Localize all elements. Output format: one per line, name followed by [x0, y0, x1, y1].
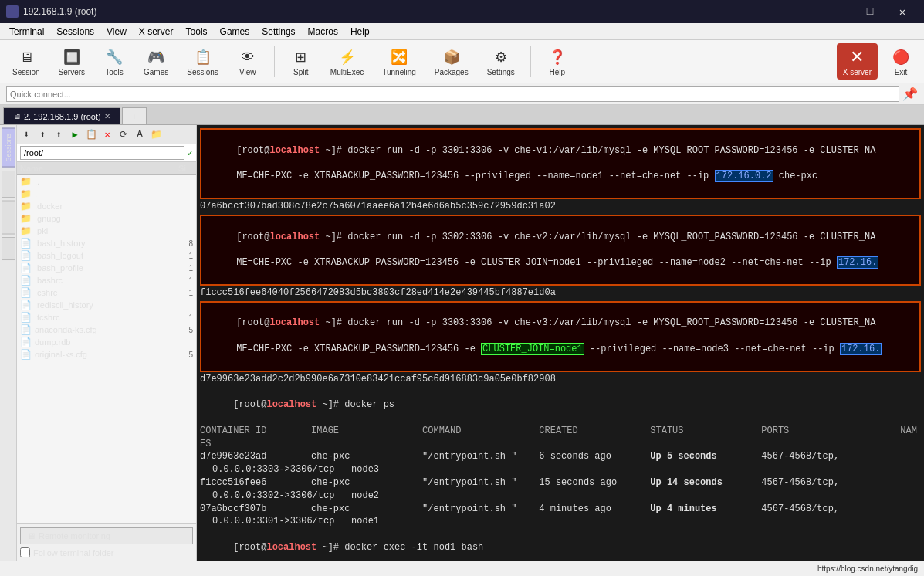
- toolbar-separator-2: [530, 46, 531, 77]
- games-icon: 🎮: [145, 46, 167, 68]
- sidebar-btn-6[interactable]: ✕: [100, 127, 115, 142]
- tab-bar: 🖥 2. 192.168.1.9 (root) ✕ +: [0, 105, 924, 125]
- main-area: Sessions Tools Macros Sftp ⬇ ⬆ ⬆ ▶ 📋 ✕ ⟳…: [0, 125, 924, 561]
- terminal-line: CONTAINER ID IMAGE COMMAND CREATED STATU…: [200, 425, 921, 451]
- list-item[interactable]: 📄.bash_profile1: [17, 262, 196, 274]
- sidebar-btn-5[interactable]: 📋: [83, 127, 99, 142]
- title-bar: 192.168.1.9 (root) — □ ✕: [0, 0, 924, 23]
- list-item[interactable]: 📄dump.rdb: [17, 336, 196, 348]
- sidebar-btn-9[interactable]: 📁: [148, 127, 164, 142]
- toolbar-view[interactable]: 👁 View: [231, 43, 265, 80]
- vtab-sessions[interactable]: Sessions: [2, 128, 15, 168]
- window-title: 192.168.1.9 (root): [23, 6, 822, 17]
- sessions-icon: 📋: [192, 46, 214, 68]
- toolbar-tools[interactable]: 🔧 Tools: [97, 43, 131, 80]
- col-name: Name: [17, 162, 177, 174]
- list-item[interactable]: 📄original-ks.cfg5: [17, 348, 196, 361]
- file-icon: 📄: [20, 263, 32, 273]
- terminal-line: 07a6bccf307b che-pxc "/entrypoint.sh " 4…: [200, 503, 921, 516]
- path-input[interactable]: [20, 146, 184, 160]
- pin-icon[interactable]: 📌: [902, 86, 918, 102]
- quick-connect-input[interactable]: [6, 86, 899, 102]
- list-item[interactable]: 📁.: [17, 188, 196, 200]
- sidebar-btn-8[interactable]: A: [132, 127, 147, 142]
- file-icon: 📄: [20, 300, 32, 310]
- list-item[interactable]: 📄.tcshrc1: [17, 311, 196, 324]
- list-item[interactable]: 📁..: [17, 175, 196, 188]
- sidebar-btn-2[interactable]: ⬆: [35, 127, 50, 142]
- list-item[interactable]: 📁.gnupg: [17, 212, 196, 225]
- toolbar-packages[interactable]: 📦 Packages: [428, 43, 475, 80]
- list-item[interactable]: 📁.pki: [17, 225, 196, 237]
- list-item[interactable]: 📄.bash_logout1: [17, 249, 196, 262]
- toolbar-sessions[interactable]: 📋 Sessions: [181, 43, 225, 80]
- list-item[interactable]: 📄.rediscli_history: [17, 299, 196, 311]
- follow-checkbox[interactable]: Follow terminal folder: [20, 547, 193, 557]
- add-tab-icon: +: [132, 112, 137, 121]
- servers-icon: 🔲: [61, 46, 83, 68]
- tab-add[interactable]: +: [122, 107, 147, 124]
- menu-terminal[interactable]: Terminal: [3, 25, 50, 39]
- list-item[interactable]: 📄.bashrc1: [17, 274, 196, 286]
- terminal-line: [root@localhost ~]# docker run -d -p 330…: [200, 301, 921, 372]
- path-check-icon: ✓: [188, 147, 193, 159]
- menu-tools[interactable]: Tools: [180, 25, 214, 39]
- list-item[interactable]: 📄anaconda-ks.cfg5: [17, 324, 196, 336]
- terminal-line: [root@localhost ~]# docker run -d -p 330…: [200, 128, 921, 199]
- folder-icon: 📁: [20, 201, 32, 212]
- menu-view[interactable]: View: [100, 25, 133, 39]
- toolbar-multiexec[interactable]: ⚡ MultiExec: [324, 43, 370, 80]
- terminal-line: d7e9963e23ad che-pxc "/entrypoint.sh " 6…: [200, 450, 921, 463]
- list-item[interactable]: 📄.bash_history8: [17, 237, 196, 249]
- list-item[interactable]: 📁.docker: [17, 200, 196, 212]
- follow-label: Follow terminal folder: [33, 548, 114, 557]
- terminal-line: f1ccc516fee6 che-pxc "/entrypoint.sh " 1…: [200, 476, 921, 490]
- menu-games[interactable]: Games: [214, 25, 256, 39]
- toolbar-settings[interactable]: ⚙ Settings: [481, 43, 521, 80]
- close-button[interactable]: ✕: [887, 0, 918, 23]
- app-icon: [6, 5, 19, 18]
- list-item[interactable]: 📄.cshrc1: [17, 286, 196, 299]
- terminal-line: d7e9963e23add2c2d2b990e6a7310e83421ccaf9…: [200, 373, 921, 386]
- sidebar-btn-1[interactable]: ⬇: [19, 127, 34, 142]
- vtab-sftp[interactable]: Sftp: [2, 237, 15, 260]
- toolbar-split[interactable]: ⊞ Split: [284, 43, 318, 80]
- follow-checkbox-input[interactable]: [20, 547, 30, 557]
- minimize-button[interactable]: —: [822, 0, 853, 23]
- menu-help[interactable]: Help: [344, 25, 376, 39]
- toolbar-help[interactable]: ❓ Help: [540, 43, 574, 80]
- folder-icon: 📁: [20, 225, 32, 236]
- split-icon: ⊞: [290, 46, 312, 68]
- vtab-macros[interactable]: Macros: [2, 201, 15, 235]
- toolbar-exit[interactable]: 🔴 Exit: [884, 43, 918, 80]
- toolbar-session[interactable]: 🖥 Session: [6, 43, 46, 80]
- tab-close-button[interactable]: ✕: [104, 112, 110, 120]
- sidebar-btn-7[interactable]: ⟳: [116, 127, 131, 142]
- left-vtabs: Sessions Tools Macros Sftp: [0, 125, 17, 561]
- folder-icon: 📁: [20, 176, 32, 187]
- terminal-area[interactable]: [root@localhost ~]# docker run -d -p 330…: [197, 125, 924, 561]
- file-icon: 📄: [20, 275, 32, 286]
- sidebar: ⬇ ⬆ ⬆ ▶ 📋 ✕ ⟳ A 📁 ✓ Name Si 📁.. 📁. 📁.doc…: [17, 125, 197, 561]
- xserver-icon: ✕: [846, 46, 868, 68]
- view-icon: 👁: [237, 46, 259, 68]
- menu-macros[interactable]: Macros: [302, 25, 344, 39]
- toolbar-xserver[interactable]: ✕ X server: [837, 43, 878, 80]
- remote-monitor-button[interactable]: 🖥 Remote monitoring: [20, 527, 193, 544]
- folder-icon: 📁: [20, 213, 32, 224]
- menu-xserver[interactable]: X server: [133, 25, 180, 39]
- toolbar-tunneling[interactable]: 🔀 Tunneling: [376, 43, 422, 80]
- menu-sessions[interactable]: Sessions: [50, 25, 100, 39]
- terminal-line: 0.0.0.0:3301->3306/tcp node1: [200, 515, 921, 528]
- toolbar-games[interactable]: 🎮 Games: [137, 43, 174, 80]
- toolbar-servers[interactable]: 🔲 Servers: [52, 43, 91, 80]
- sidebar-btn-3[interactable]: ⬆: [51, 127, 66, 142]
- maximize-button[interactable]: □: [855, 0, 885, 23]
- file-icon: 📄: [20, 287, 32, 298]
- terminal-line: f1ccc516fee64040f2566472083d5bc3803cf28e…: [200, 286, 921, 300]
- sidebar-btn-4[interactable]: ▶: [67, 127, 83, 142]
- menu-settings[interactable]: Settings: [256, 25, 301, 39]
- tab-active[interactable]: 🖥 2. 192.168.1.9 (root) ✕: [3, 107, 120, 124]
- menu-bar: Terminal Sessions View X server Tools Ga…: [0, 23, 924, 40]
- vtab-tools[interactable]: Tools: [2, 171, 15, 198]
